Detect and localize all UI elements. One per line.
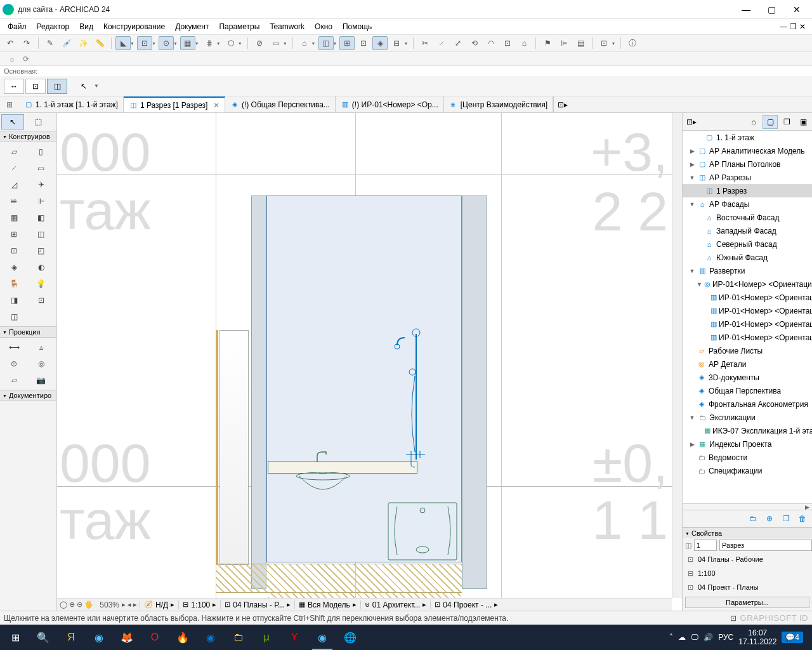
nav-view-map-icon[interactable]: ▢	[763, 115, 778, 129]
mdi-close-icon[interactable]: ✕	[799, 22, 806, 31]
flag-button[interactable]: ⚑	[540, 36, 555, 50]
window-tool[interactable]: ⊞	[2, 227, 26, 242]
door-tool[interactable]: ◧	[29, 210, 53, 225]
nav-scroll-right[interactable]: ▶	[805, 504, 809, 510]
utorrent-icon[interactable]: μ	[254, 625, 279, 650]
geom-method-2[interactable]: ⊡	[25, 79, 46, 94]
shell-tool[interactable]: ✈	[29, 177, 53, 192]
nav-item-details[interactable]: ◎АР Детали	[683, 357, 812, 371]
yandex-browser-icon[interactable]: Y	[282, 625, 307, 650]
adjust-button[interactable]: ⤢	[450, 36, 466, 50]
system-clock[interactable]: 16:07 17.11.2022	[738, 628, 776, 647]
flame-icon[interactable]: 🔥	[170, 625, 195, 650]
corner-window-tool[interactable]: ◰	[29, 243, 53, 258]
tab-section[interactable]: ◫ 1 Разрез [1 Разрез] ✕	[124, 96, 225, 112]
mesh-tool[interactable]: ◈	[2, 260, 26, 275]
tab-close-icon[interactable]: ✕	[213, 101, 219, 110]
explorer-icon[interactable]: 🗀	[226, 625, 251, 650]
gravity-button[interactable]: ⬡	[223, 36, 239, 50]
menu-window[interactable]: Окно	[310, 21, 337, 32]
dimension-button[interactable]: ⊟	[389, 36, 404, 50]
nav-item-interior[interactable]: ▼▥Развертки	[683, 264, 812, 277]
menu-params[interactable]: Параметры	[214, 21, 265, 32]
archicad-taskbar-icon[interactable]: ◉	[310, 625, 335, 650]
split-button[interactable]: ⟋	[434, 36, 449, 50]
menu-edit[interactable]: Редактор	[32, 21, 75, 32]
skylight-tool[interactable]: ◫	[29, 227, 53, 242]
graphisoft-id[interactable]: GRAPHISOFT ID	[740, 613, 808, 623]
nav-item-sections[interactable]: ▼◫АР Разрезы	[683, 171, 812, 184]
nav-delete-icon[interactable]: 🗑	[796, 512, 809, 526]
firefox-icon[interactable]: 🦊	[114, 625, 140, 650]
nav-item-ceilings[interactable]: ▶▢АР Планы Потолков	[683, 157, 812, 171]
nav-item-ir01-b[interactable]: ▥ИР-01<Номер> <Ориентац	[683, 304, 812, 317]
tab-3d[interactable]: ◈ (!) Общая Перспектива...	[225, 96, 336, 112]
nav-item-floor1[interactable]: ▢1. 1-й этаж	[683, 131, 812, 144]
structure-chip[interactable]: ⊍ 01 Архитект... ▸	[360, 600, 431, 609]
ruler-button[interactable]: 📏	[92, 36, 107, 50]
camera-tool[interactable]: 📷	[29, 373, 53, 388]
eyedropper-button[interactable]: 💉	[59, 36, 74, 50]
close-button[interactable]: ✕	[784, 4, 809, 15]
nav-item-lists[interactable]: 🗀Ведомости	[683, 451, 812, 464]
resize-button[interactable]: ⊡	[500, 36, 515, 50]
nav-item-indexes[interactable]: ▶▦Индексы Проекта	[683, 437, 812, 451]
layer-combo-chip[interactable]: ⊡ 04 Планы - Р... ▸	[220, 600, 294, 609]
nav-item-3ddocs[interactable]: ◈3D-документы	[683, 371, 812, 384]
nav-item-east[interactable]: ⌂Восточный Фасад	[683, 211, 812, 224]
prop-name-input[interactable]	[719, 540, 812, 551]
menu-help[interactable]: Помощь	[337, 21, 377, 32]
document-tools-header[interactable]: Документиро	[0, 390, 56, 401]
tray-chevron-icon[interactable]: ˄	[669, 633, 673, 642]
mdi-restore-icon[interactable]: ❐	[790, 22, 797, 31]
guide-angle-button[interactable]: ◣	[115, 36, 131, 50]
worksheet-tool[interactable]: ▱	[2, 373, 26, 388]
yandex-start-icon[interactable]: Я	[58, 625, 84, 650]
properties-header[interactable]: Свойства	[683, 528, 812, 538]
scale-chip[interactable]: ⊟ 1:100 ▸	[178, 600, 220, 609]
grid-toggle-button[interactable]: ⋕	[202, 36, 217, 50]
minimize-button[interactable]: —	[733, 4, 759, 15]
elevation-tool[interactable]: ▵	[29, 340, 53, 355]
nav-new-folder-icon[interactable]: 🗀	[746, 512, 760, 526]
prop-layerset[interactable]: ⊡04 Планы - Рабочие	[683, 552, 812, 566]
morph-tool[interactable]: ◐	[29, 260, 53, 275]
tabs-list-icon[interactable]: ⊞	[0, 96, 19, 112]
nav-item-elevations[interactable]: ▼⌂АР Фасады	[683, 197, 812, 211]
geom-method-1[interactable]: ↔	[4, 79, 24, 94]
tray-lang[interactable]: РУС	[718, 633, 733, 642]
menu-design[interactable]: Конструирование	[98, 21, 170, 32]
redo-button[interactable]: ↷	[19, 36, 34, 50]
trim-button[interactable]: ✂	[417, 36, 433, 50]
arrow-tool[interactable]: ↖	[1, 114, 24, 129]
nav-item-perspective[interactable]: ◈Общая Перспектива	[683, 384, 812, 397]
prop-id-input[interactable]	[694, 540, 717, 551]
chrome-icon[interactable]: 🌐	[337, 625, 363, 650]
tab-action-center[interactable]: ⛯ [Центр Взаимодействия]	[444, 96, 553, 112]
tab-organizer-icon[interactable]: ⊡▸	[553, 96, 571, 112]
detail-tool[interactable]: ◎	[29, 356, 53, 371]
nav-item-ike07[interactable]: ▦ИКЭ-07 Экспликация 1-й этаж	[683, 424, 812, 437]
menu-document[interactable]: Документ	[170, 21, 214, 32]
opera-icon[interactable]: O	[142, 625, 167, 650]
trace-button[interactable]: ◫	[318, 36, 334, 50]
home-button[interactable]: ⌂	[297, 36, 312, 50]
tab-interior-elevation[interactable]: ▥ (!) ИР-01<Номер> <Ор...	[336, 96, 444, 112]
nav-item-schedules[interactable]: ▼🗀Экспликации	[683, 411, 812, 424]
wall-tool[interactable]: ▱	[2, 144, 26, 159]
orientation-chip[interactable]: 🧭 Н/Д ▸	[140, 600, 178, 609]
nav-item-analytical[interactable]: ▶▢АР Аналитическая Модель	[683, 144, 812, 157]
prop-penset[interactable]: ⊡04 Проект - Планы	[683, 580, 812, 594]
nav-layout-book-icon[interactable]: ❐	[779, 115, 794, 129]
nav-save-view-icon[interactable]: ⊕	[763, 512, 776, 526]
align-button[interactable]: ⊫	[556, 36, 572, 50]
tray-onedrive-icon[interactable]: ☁	[678, 633, 686, 642]
renovation-button[interactable]: ⊡	[356, 36, 371, 50]
railing-tool[interactable]: ⊩	[29, 194, 53, 209]
layers-button[interactable]: ▭	[268, 36, 284, 50]
nav-mode-dropdown[interactable]: ⊡▸	[684, 115, 699, 129]
vertical-scrollbar[interactable]	[672, 113, 682, 598]
guide-snap-button[interactable]: ⊡	[137, 36, 152, 50]
column-tool[interactable]: ▯	[29, 144, 53, 159]
arrow-mode-button[interactable]: ↖	[75, 79, 93, 94]
